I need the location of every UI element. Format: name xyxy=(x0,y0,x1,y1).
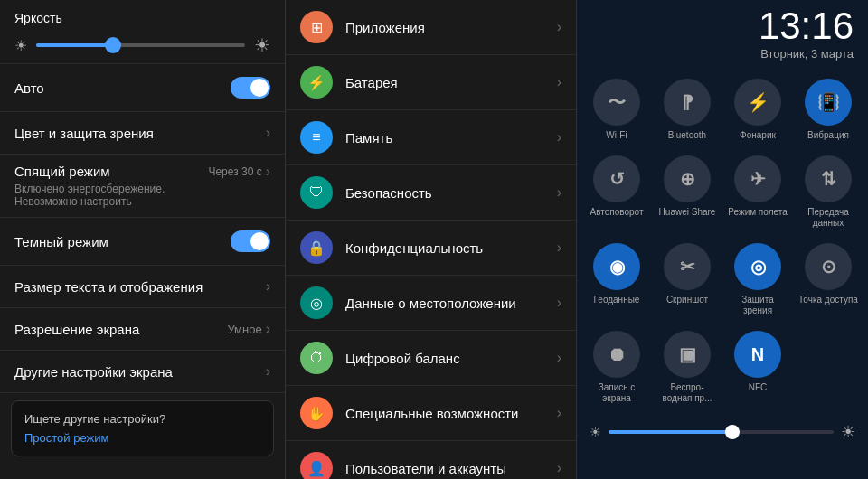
qs-icon-wrap: 〜 xyxy=(593,79,640,126)
dark-mode-row[interactable]: Темный режим xyxy=(0,218,285,266)
brightness-bottom-slider[interactable] xyxy=(609,430,834,434)
settings-icon: ⚡ xyxy=(300,66,333,99)
settings-icon: 🔒 xyxy=(300,231,333,264)
qs-icon-wrap: ⊙ xyxy=(805,243,852,290)
settings-icon: 👤 xyxy=(300,452,333,479)
settings-icon: ◎ xyxy=(300,286,333,319)
qs-icon: 📳 xyxy=(817,91,840,113)
qs-icon: ◎ xyxy=(750,256,766,277)
settings-item-label: Конфиденциальность xyxy=(345,240,557,256)
quick-setting-item[interactable]: ⏺ Запись с экрана xyxy=(582,324,651,409)
settings-chevron: › xyxy=(557,19,561,35)
settings-chevron: › xyxy=(557,350,561,366)
resolution-label: Разрешение экрана xyxy=(14,322,139,337)
qs-icon-wrap: ⚡ xyxy=(734,79,781,126)
settings-icon: ⏱ xyxy=(300,342,333,374)
qs-icon: ✂ xyxy=(680,256,695,277)
sleeping-chevron: › xyxy=(266,164,270,180)
qs-label: Запись с экрана xyxy=(586,382,647,404)
brightness-slider[interactable] xyxy=(36,43,245,47)
quick-setting-item[interactable]: ▣ Беспро-водная пр... xyxy=(653,324,722,409)
settings-item-label: Пользователи и аккаунты xyxy=(345,461,557,476)
br-max-icon: ☀ xyxy=(841,422,855,442)
settings-item[interactable]: ⊞ Приложения › xyxy=(286,0,576,55)
brightness-label: Яркость xyxy=(14,11,270,25)
quick-setting-item[interactable]: ⇅ Передача данных xyxy=(794,148,863,234)
settings-item[interactable]: ⏱ Цифровой баланс › xyxy=(286,331,576,386)
settings-item-label: Приложения xyxy=(345,20,557,35)
settings-chevron: › xyxy=(557,240,561,256)
auto-brightness-toggle[interactable] xyxy=(231,77,270,99)
quick-setting-item[interactable]: N NFC xyxy=(723,324,792,409)
brightness-section: Яркость ☀ ☀ xyxy=(0,0,285,64)
qs-label: Режим полета xyxy=(728,207,787,218)
quick-setting-item[interactable]: 📳 Вибрация xyxy=(794,71,863,146)
settings-icon: 🛡 xyxy=(300,176,333,209)
qs-icon-wrap: ⊕ xyxy=(664,155,711,202)
quick-setting-item[interactable]: ◉ Геоданные xyxy=(582,236,651,322)
color-vision-row[interactable]: Цвет и защита зрения › xyxy=(0,112,285,155)
brightness-min-icon: ☀ xyxy=(14,37,27,54)
settings-chevron: › xyxy=(557,184,561,201)
qs-icon: ⊕ xyxy=(680,168,695,190)
settings-item[interactable]: 👤 Пользователи и аккаунты › xyxy=(286,441,576,479)
qs-label: Фонарик xyxy=(740,130,776,141)
simple-mode-link[interactable]: Простой режим xyxy=(24,431,260,445)
qs-icon-wrap: N xyxy=(734,331,781,378)
other-settings-row[interactable]: Другие настройки экрана › xyxy=(0,351,285,393)
quick-setting-item[interactable]: ◎ Защита зрения xyxy=(723,236,792,322)
resolution-row[interactable]: Разрешение экрана Умное › xyxy=(0,308,285,351)
qs-icon-wrap: 📳 xyxy=(805,79,852,126)
sleeping-timer[interactable]: Через 30 с › xyxy=(208,164,270,180)
quick-setting-item[interactable]: ✂ Скриншот xyxy=(653,236,722,322)
dark-mode-label: Темный режим xyxy=(14,234,108,249)
settings-item[interactable]: ≡ Память › xyxy=(286,110,576,165)
settings-item[interactable]: ◎ Данные о местоположении › xyxy=(286,276,576,331)
settings-item[interactable]: ✋ Специальные возможности › xyxy=(286,386,576,441)
quick-settings-panel: 13:16 Вторник, 3 марта 〜 Wi-Fi ⁋ Bluetoo… xyxy=(577,0,868,479)
brightness-max-icon: ☀ xyxy=(254,34,270,56)
qs-label: NFC xyxy=(749,382,768,393)
quick-setting-item[interactable]: 〜 Wi-Fi xyxy=(582,71,651,146)
settings-icon: ⊞ xyxy=(300,11,333,43)
settings-item[interactable]: 🛡 Безопасность › xyxy=(286,165,576,221)
qs-label: Точка доступа xyxy=(798,295,858,305)
qs-label: Защита зрения xyxy=(727,295,788,316)
qs-icon: 〜 xyxy=(608,90,626,115)
color-vision-chevron: › xyxy=(266,125,270,141)
quick-setting-item[interactable]: ⊙ Точка доступа xyxy=(794,236,863,322)
other-settings-chevron: › xyxy=(266,363,270,380)
qs-icon-wrap: ⇅ xyxy=(805,155,852,202)
quick-setting-item[interactable]: ⊕ Huawei Share xyxy=(653,148,722,234)
sleeping-mode-section: Спящий режим Включено энергосбережение. … xyxy=(0,155,285,218)
qs-icon-wrap: ⁋ xyxy=(664,79,711,126)
brightness-bar-bottom: ☀ ☀ xyxy=(577,417,868,447)
settings-item[interactable]: 🔒 Конфиденциальность › xyxy=(286,221,576,276)
quick-setting-item[interactable]: ✈ Режим полета xyxy=(723,148,792,234)
clock-time: 13:16 xyxy=(591,7,854,45)
quick-setting-item[interactable]: ⁋ Bluetooth xyxy=(653,71,722,146)
auto-label: Авто xyxy=(14,80,44,96)
qs-label: Передача данных xyxy=(797,207,859,229)
qs-label: Huawei Share xyxy=(659,207,716,218)
auto-brightness-row[interactable]: Авто xyxy=(0,64,285,112)
quick-setting-item[interactable]: ⚡ Фонарик xyxy=(723,71,792,146)
qs-label: Геоданные xyxy=(594,295,640,305)
qs-icon: ⁋ xyxy=(682,91,693,113)
settings-chevron: › xyxy=(557,74,561,90)
resolution-chevron: › xyxy=(266,321,270,337)
quick-setting-item[interactable]: ↺ Автоповорот xyxy=(582,148,651,234)
settings-chevron: › xyxy=(557,295,561,311)
qs-icon-wrap: ◉ xyxy=(593,243,640,290)
settings-chevron: › xyxy=(557,129,561,146)
simple-mode-box: Ищете другие настройки? Простой режим xyxy=(11,400,274,456)
settings-item[interactable]: ⚡ Батарея › xyxy=(286,55,576,110)
dark-mode-toggle[interactable] xyxy=(231,230,270,252)
qs-icon: ◉ xyxy=(609,256,625,277)
text-size-row[interactable]: Размер текста и отображения › xyxy=(0,266,285,308)
qs-label: Wi-Fi xyxy=(606,130,627,141)
quick-settings-grid: 〜 Wi-Fi ⁋ Bluetooth ⚡ Фонарик 📳 Вибрация… xyxy=(577,68,868,413)
qs-label: Bluetooth xyxy=(668,130,706,141)
settings-chevron: › xyxy=(557,460,561,476)
br-min-icon: ☀ xyxy=(590,425,601,439)
